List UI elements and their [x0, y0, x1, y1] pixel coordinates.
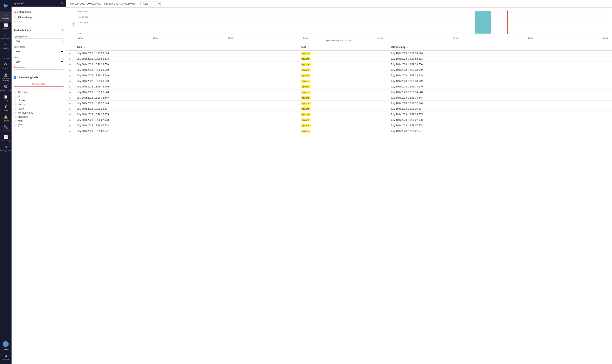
table-row: ▶ July 10th 2023, 18:29:33.550 apache Ju… [66, 62, 612, 67]
sidebar-item-canvas[interactable]: ◻ Canvas [0, 51, 12, 61]
sort-icon: ▼ [83, 46, 85, 48]
sidebar-item-management[interactable]: ⚙ Management [0, 143, 12, 154]
host-cell: apache [298, 128, 389, 134]
time-cell: July 10th 2023, 18:29:33.550 [74, 62, 298, 67]
sidebar-item-visualize[interactable]: 📊 Visualize [0, 22, 12, 32]
dashboard-icon: 🗂 [4, 33, 7, 37]
available-field-type2: t type [14, 123, 64, 127]
row-expand-button[interactable]: ▶ [69, 75, 72, 77]
timestamp-cell: July 10th 2023, 18:29:33.549 [388, 84, 612, 90]
date-range: July 10th 2023, 00:00:00.000 - July 10th… [70, 1, 161, 6]
sidebar-item-apm[interactable]: ⚡ APM [0, 103, 12, 113]
timestamp-cell: July 10th 2023, 18:29:07.507 [388, 128, 612, 134]
kibana-logo[interactable]: 🐦 [2, 2, 10, 10]
field-name: log_hostname [18, 111, 33, 114]
host-column-header[interactable]: host [298, 44, 389, 51]
sidebar-item-label: Discover [2, 18, 9, 20]
timestamp-cell: July 10th 2023, 18:29:33.549 [388, 73, 612, 78]
host-cell: apache [298, 112, 389, 117]
chart-area: Count 600 400 200 0 [66, 8, 612, 44]
row-expand-button[interactable]: ▶ [69, 125, 72, 127]
row-expand-button[interactable]: ▶ [69, 52, 72, 54]
row-expand-button[interactable]: ▶ [69, 113, 72, 116]
sidebar-item-label: Visualize [2, 28, 10, 30]
sidebar-item-default[interactable]: D Default [0, 339, 12, 352]
field-type-icon: t [14, 124, 16, 127]
field-type-icon: t [14, 112, 16, 114]
sidebar-item-maps[interactable]: 🗺 Maps [0, 61, 12, 71]
row-expand-button[interactable]: ▶ [69, 69, 72, 71]
sidebar-item-discover[interactable]: ⊞ Discover [0, 12, 12, 22]
time-column-header[interactable]: Time ▼ [74, 44, 298, 51]
field-name: _id [18, 95, 21, 98]
row-expand-button[interactable]: ▶ [69, 86, 72, 88]
timestamp-cell: July 10th 2023, 18:29:26.537 [388, 106, 612, 112]
settings-icon[interactable]: ⚙ [61, 29, 64, 32]
sidebar-item-dashboard[interactable]: 🗂 Dashboard [0, 32, 12, 41]
host-cell: apache [298, 62, 389, 67]
table-row: ▶ July 10th 2023, 18:29:33.549 apache Ju… [66, 73, 612, 78]
row-expand-button[interactable]: ▶ [69, 63, 72, 66]
field-type-icon: t [14, 16, 16, 19]
timestamp-cell: July 10th 2023, 18:29:07.508 [388, 123, 612, 128]
field-name: _index [18, 99, 25, 102]
host-cell: apache [298, 117, 389, 123]
sidebar-item-label: Uptime [3, 119, 9, 122]
sidebar-item-machine-learning[interactable]: 🔬 Machine Learning [0, 71, 12, 84]
sidebar-item-monitoring[interactable]: 📈 Monitoring [0, 133, 12, 143]
host-cell: apache [298, 101, 389, 106]
svg-text:400: 400 [78, 16, 88, 18]
sidebar-item-devtools[interactable]: 🔧 Dev Tools [0, 123, 12, 133]
timestamp-column-header[interactable]: @timestamp ▼ [388, 44, 612, 51]
auto-interval-select[interactable]: Auto Millisecond Second Minute Hour Day [140, 1, 161, 6]
chart-y-label: Count [72, 22, 75, 27]
hide-missing-label: Hide missing fields [17, 76, 38, 79]
collapse-label: Collapse [2, 358, 9, 361]
available-field-version: t @version [14, 90, 64, 94]
host-badge: apache [301, 102, 310, 105]
row-expand-button[interactable]: ▶ [69, 97, 72, 99]
available-field-id: t _id [14, 94, 64, 98]
field-name: type [18, 124, 22, 127]
row-expand-button[interactable]: ▶ [69, 119, 72, 121]
reset-filters-button[interactable]: Reset filters [14, 81, 64, 87]
row-expand-button[interactable]: ▶ [69, 102, 72, 104]
discover-icon: ⊞ [4, 13, 7, 17]
sidebar-item-timelion[interactable]: 〰 Timelion [0, 41, 12, 51]
aggregatable-select[interactable]: any yes no [14, 39, 64, 44]
timestamp-cell: July 10th 2023, 18:29:33.550 [388, 67, 612, 73]
close-icon[interactable]: ✕ [61, 2, 63, 5]
field-type-icon: t [14, 20, 16, 23]
row-expand-button[interactable]: ▶ [69, 130, 72, 132]
host-badge: apache [301, 68, 310, 71]
host-badge: apache [301, 57, 310, 60]
host-badge: apache [301, 130, 310, 132]
host-cell: apache [298, 78, 389, 84]
row-expand-button[interactable]: ▶ [69, 80, 72, 82]
hide-missing-checkbox[interactable] [14, 76, 16, 79]
host-cell: apache [298, 56, 389, 62]
field-name-input[interactable] [14, 69, 64, 74]
host-badge: apache [301, 63, 310, 66]
sidebar-item-label: Timelion [2, 47, 9, 50]
apm-icon: ⚡ [4, 105, 8, 109]
divider2 [14, 88, 64, 89]
row-expand-button[interactable]: ▶ [69, 58, 72, 60]
row-expand-button[interactable]: ▶ [69, 108, 72, 110]
row-expand-button[interactable]: ▶ [69, 91, 72, 93]
collapse-icon: ◀ [4, 354, 7, 358]
timestamp-cell: July 10th 2023, 18:29:33.550 [388, 62, 612, 67]
sidebar-item-uptime[interactable]: 🔔 Uptime [0, 113, 12, 123]
searchable-select[interactable]: any yes no [14, 49, 64, 54]
timestamp-cell: July 10th 2023, 18:29:33.548 [388, 90, 612, 95]
field-type-icon: t [14, 91, 16, 94]
host-badge: apache [301, 118, 310, 121]
host-cell: apache [298, 123, 389, 128]
sidebar-item-collapse[interactable]: ◀ Collapse [0, 352, 12, 362]
sidebar-item-infrastructure[interactable]: 🏗 Infrastructure [0, 83, 12, 93]
type-select[interactable]: any string number date boolean [14, 59, 64, 65]
sidebar-item-logs[interactable]: 📋 Logs [0, 93, 12, 103]
field-type-icon: t [14, 99, 16, 102]
time-cell: July 10th 2023, 18:29:33.548 [74, 95, 298, 101]
field-name: message [18, 116, 28, 118]
